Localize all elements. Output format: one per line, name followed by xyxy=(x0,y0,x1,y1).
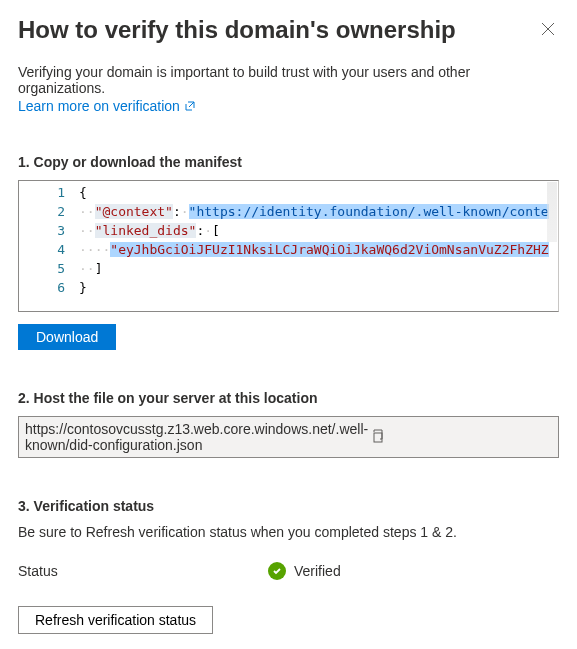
external-link-icon xyxy=(184,100,196,112)
code-content: { ··"@context":·"https://identity.founda… xyxy=(79,181,558,311)
code-gutter: 123456 xyxy=(19,181,79,311)
learn-more-label: Learn more on verification xyxy=(18,98,180,114)
step3-heading: 3. Verification status xyxy=(18,498,559,514)
status-label: Status xyxy=(18,563,268,579)
download-button[interactable]: Download xyxy=(18,324,116,350)
step1-heading: 1. Copy or download the manifest xyxy=(18,154,559,170)
learn-more-link[interactable]: Learn more on verification xyxy=(18,98,196,114)
close-icon xyxy=(541,22,555,36)
copy-url-button[interactable] xyxy=(368,429,552,446)
page-title: How to verify this domain's ownership xyxy=(18,16,456,44)
close-button[interactable] xyxy=(537,18,559,43)
status-value: Verified xyxy=(268,562,341,580)
verified-check-icon xyxy=(268,562,286,580)
refresh-status-button[interactable]: Refresh verification status xyxy=(18,606,213,634)
intro-text: Verifying your domain is important to bu… xyxy=(18,64,559,96)
step2-heading: 2. Host the file on your server at this … xyxy=(18,390,559,406)
status-text: Verified xyxy=(294,563,341,579)
copy-icon xyxy=(370,429,384,443)
host-url-box: https://contosovcusstg.z13.web.core.wind… xyxy=(18,416,559,458)
host-url-text: https://contosovcusstg.z13.web.core.wind… xyxy=(25,421,368,453)
step3-hint: Be sure to Refresh verification status w… xyxy=(18,524,559,540)
code-minimap xyxy=(547,182,557,242)
svg-rect-0 xyxy=(374,433,382,442)
manifest-code-box[interactable]: 123456 { ··"@context":·"https://identity… xyxy=(18,180,559,312)
